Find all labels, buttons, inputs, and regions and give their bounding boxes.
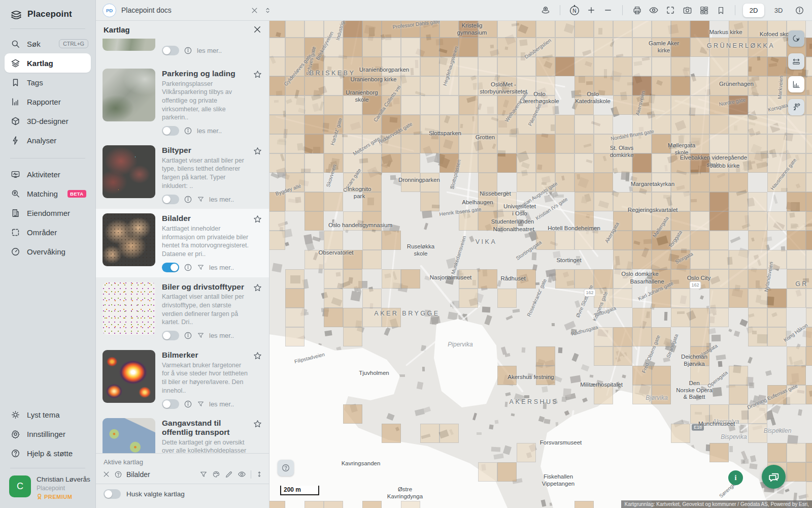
layer-toggle[interactable]	[162, 46, 179, 55]
map-toolbar: N 2D 3D	[539, 4, 812, 17]
eye-icon[interactable]	[238, 470, 246, 479]
sidebar-item-aktiviteter[interactable]: Aktiviteter	[0, 165, 95, 184]
sidebar-item-overvaking[interactable]: Overvåking	[0, 242, 95, 261]
info-icon[interactable]	[184, 195, 192, 204]
sidebar-item-sok[interactable]: Søk CTRL+G	[0, 34, 95, 53]
locate-icon[interactable]	[539, 4, 552, 17]
divider	[10, 468, 85, 468]
project-select-icon[interactable]	[261, 4, 274, 17]
remove-layer-icon[interactable]	[103, 470, 110, 478]
sidebar-item-analyser[interactable]: Analyser	[0, 131, 95, 150]
toolbar-divider	[735, 5, 735, 15]
reorder-icon[interactable]	[256, 470, 263, 478]
layer-card[interactable]: Gangavstand til offentlig transport Dett…	[95, 414, 269, 454]
remember-layers-label: Husk valgte kartlag	[126, 490, 185, 498]
info-icon[interactable]	[184, 263, 192, 272]
sidebar-item-label: Lyst tema	[27, 410, 59, 419]
filter-icon[interactable]	[197, 196, 205, 203]
sidebar-item-eiendommer[interactable]: Eiendommer	[0, 203, 95, 223]
layer-toggle[interactable]	[162, 399, 179, 409]
read-more-link[interactable]: les mer..	[209, 264, 234, 271]
lightning-icon	[10, 135, 20, 145]
info-icon[interactable]	[793, 4, 806, 17]
layer-list: les mer.. Parkering og lading Parkerings…	[95, 39, 269, 454]
layer-card[interactable]: Parkering og lading Parkeringsplasser Vi…	[95, 64, 269, 141]
sidebar-item-kartlag[interactable]: Kartlag	[5, 53, 91, 73]
read-more-link[interactable]: les mer..	[197, 127, 222, 135]
fullscreen-icon[interactable]	[664, 4, 677, 17]
read-more-link[interactable]: les mer..	[209, 332, 234, 339]
screenshot-icon[interactable]	[681, 4, 694, 17]
map-info-button[interactable]: i	[728, 470, 743, 485]
filter-icon[interactable]	[197, 264, 205, 271]
cube-icon	[10, 116, 20, 126]
sidebar-item-matching[interactable]: Matching BETA	[0, 184, 95, 203]
edit-pen-icon[interactable]	[225, 470, 233, 479]
sidebar-item-tags[interactable]: Tags	[0, 73, 95, 92]
read-more-link[interactable]: les mer..	[197, 47, 222, 54]
filter-icon[interactable]	[197, 400, 205, 408]
zoom-in-icon[interactable]	[585, 4, 598, 17]
info-icon[interactable]	[184, 400, 192, 408]
print-icon[interactable]	[630, 4, 644, 17]
clear-project-button[interactable]	[248, 4, 261, 17]
sidebar-item-innstillinger[interactable]: Innstillinger	[0, 424, 95, 443]
active-layer-row[interactable]: Bilalder	[95, 468, 269, 482]
star-icon[interactable]	[253, 146, 262, 156]
project-switcher[interactable]: PD Placepoint docs	[95, 4, 235, 17]
chart-tool-button[interactable]	[788, 76, 804, 92]
layer-card[interactable]: Biler og drivstofftyper Kartlaget viser …	[95, 277, 269, 345]
star-icon[interactable]	[253, 214, 262, 224]
read-more-link[interactable]: les mer..	[209, 400, 234, 408]
layer-title: Bilalder	[162, 214, 249, 223]
user-profile[interactable]: C Christian Løverås Placepoint PREMIUM	[0, 469, 95, 508]
layer-card[interactable]: Biltyper Kartlaget viser antall biler pe…	[95, 141, 269, 209]
map-canvas[interactable]: Professor Dahls gateKristelig gymnasiumM…	[269, 20, 812, 508]
visibility-icon[interactable]	[647, 4, 660, 17]
map-help-button[interactable]	[278, 460, 294, 476]
info-icon[interactable]	[184, 331, 192, 340]
zoom-out-icon[interactable]	[601, 4, 615, 17]
bookmark-icon[interactable]	[714, 4, 727, 17]
layer-toggle[interactable]	[162, 263, 179, 272]
mode-3d-button[interactable]: 3D	[768, 4, 789, 17]
layer-toggle[interactable]	[162, 331, 179, 340]
sidebar-item-label: Analyser	[27, 136, 56, 145]
filter-icon[interactable]	[197, 332, 205, 339]
sidebar-item-3d-designer[interactable]: 3D-designer	[0, 111, 95, 131]
measure-tool-button[interactable]	[788, 53, 804, 70]
close-icon[interactable]	[253, 25, 262, 34]
placepoint-logo-icon	[10, 8, 22, 20]
compass-icon[interactable]: N	[568, 4, 581, 17]
travel-time-tool-button[interactable]	[788, 99, 804, 115]
layer-help-icon[interactable]	[114, 470, 122, 479]
sidebar-item-omrader[interactable]: Områder	[0, 223, 95, 242]
brand[interactable]: Placepoint	[0, 0, 95, 27]
star-icon[interactable]	[253, 283, 262, 293]
select-tool-button[interactable]	[788, 30, 804, 47]
layer-toggle[interactable]	[162, 126, 179, 136]
star-icon[interactable]	[253, 419, 262, 429]
star-icon[interactable]	[253, 351, 262, 361]
layer-card-partial[interactable]: les mer..	[95, 39, 269, 64]
info-icon[interactable]	[184, 126, 192, 135]
layer-card[interactable]: Bilalder Karttlaget inneholder informasj…	[95, 209, 269, 277]
remember-layers-toggle[interactable]	[104, 489, 121, 499]
mode-2d-button[interactable]: 2D	[743, 4, 764, 17]
filter-icon[interactable]	[199, 470, 208, 479]
info-icon[interactable]	[184, 46, 192, 55]
read-more-link[interactable]: les mer..	[209, 196, 234, 203]
palette-icon[interactable]	[212, 470, 220, 479]
sidebar-item-lyst-tema[interactable]: Lyst tema	[0, 405, 95, 424]
layer-toggle[interactable]	[162, 195, 179, 204]
layer-card[interactable]: Bilmerker Varmekart bruker fargetoner fo…	[95, 345, 269, 414]
layer-thumbnail	[103, 282, 155, 335]
sidebar-item-hjelp[interactable]: Hjelp & støtte	[0, 443, 95, 463]
layers-panel: Kartlag les mer.. Parkering og lading Pa…	[95, 20, 269, 508]
star-icon[interactable]	[253, 70, 262, 79]
sidebar-item-rapporter[interactable]: Rapporter	[0, 92, 95, 111]
chat-button[interactable]	[762, 465, 786, 489]
legend-grid-icon[interactable]	[697, 4, 710, 17]
activity-monitor-icon	[10, 169, 20, 179]
map-attribution: Kartgrunnlag: Kartverket, Geovekst og ko…	[621, 500, 812, 508]
